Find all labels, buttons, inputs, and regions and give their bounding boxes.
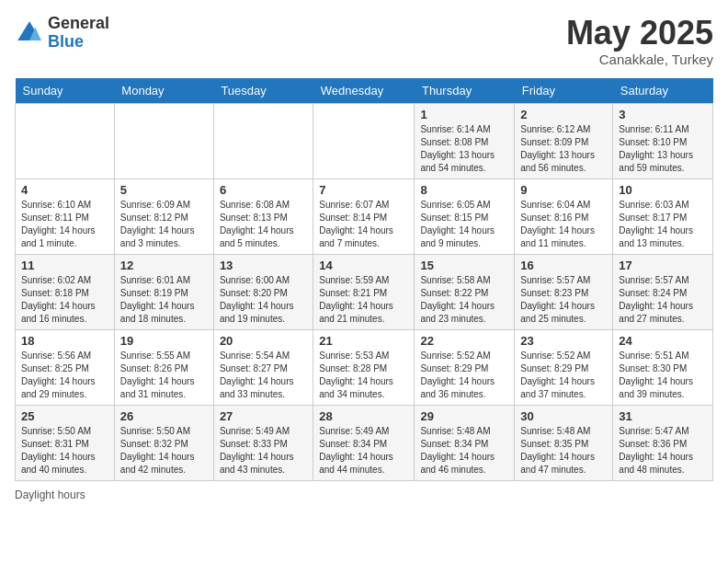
day-number: 30 (520, 409, 607, 423)
calendar-cell: 29Sunrise: 5:48 AM Sunset: 8:34 PM Dayli… (415, 405, 515, 480)
day-number: 24 (619, 334, 707, 348)
day-info: Sunrise: 6:03 AM Sunset: 8:17 PM Dayligh… (619, 199, 707, 250)
calendar-cell: 19Sunrise: 5:55 AM Sunset: 8:26 PM Dayli… (114, 329, 213, 405)
calendar-week-row: 1Sunrise: 6:14 AM Sunset: 8:08 PM Daylig… (16, 103, 713, 178)
day-number: 20 (220, 334, 307, 348)
calendar-cell (313, 103, 415, 178)
day-info: Sunrise: 6:14 AM Sunset: 8:08 PM Dayligh… (420, 123, 508, 175)
day-number: 11 (21, 259, 108, 272)
day-number: 7 (319, 183, 408, 197)
header-day-tuesday: Tuesday (213, 78, 313, 104)
day-info: Sunrise: 6:05 AM Sunset: 8:15 PM Dayligh… (420, 199, 508, 250)
title-block: May 2025 Canakkale, Turkey (566, 15, 713, 67)
day-info: Sunrise: 5:53 AM Sunset: 8:28 PM Dayligh… (319, 350, 408, 401)
day-info: Sunrise: 5:55 AM Sunset: 8:26 PM Dayligh… (120, 350, 208, 401)
daylight-label: Daylight hours (15, 488, 85, 501)
calendar-cell: 2Sunrise: 6:12 AM Sunset: 8:09 PM Daylig… (515, 103, 613, 178)
day-number: 1 (420, 108, 508, 121)
calendar-week-row: 4Sunrise: 6:10 AM Sunset: 8:11 PM Daylig… (16, 178, 713, 254)
day-info: Sunrise: 5:50 AM Sunset: 8:31 PM Dayligh… (21, 425, 108, 477)
day-number: 31 (619, 409, 707, 423)
day-info: Sunrise: 5:54 AM Sunset: 8:27 PM Dayligh… (220, 350, 307, 401)
day-number: 17 (619, 259, 707, 272)
day-number: 9 (520, 183, 607, 197)
title-month: May 2025 (566, 15, 713, 52)
day-number: 21 (319, 334, 408, 348)
day-number: 2 (520, 108, 607, 121)
day-number: 28 (319, 409, 408, 423)
calendar-cell: 31Sunrise: 5:47 AM Sunset: 8:36 PM Dayli… (613, 405, 713, 480)
calendar-cell: 20Sunrise: 5:54 AM Sunset: 8:27 PM Dayli… (213, 329, 313, 405)
calendar-cell: 25Sunrise: 5:50 AM Sunset: 8:31 PM Dayli… (16, 405, 115, 480)
title-location: Canakkale, Turkey (566, 52, 713, 67)
calendar-cell: 6Sunrise: 6:08 AM Sunset: 8:13 PM Daylig… (213, 178, 313, 254)
calendar-cell: 30Sunrise: 5:48 AM Sunset: 8:35 PM Dayli… (515, 405, 613, 480)
day-info: Sunrise: 5:56 AM Sunset: 8:25 PM Dayligh… (21, 350, 108, 401)
calendar-cell: 13Sunrise: 6:00 AM Sunset: 8:20 PM Dayli… (213, 254, 313, 329)
day-number: 27 (220, 409, 307, 423)
day-number: 26 (120, 409, 208, 423)
day-info: Sunrise: 6:09 AM Sunset: 8:12 PM Dayligh… (120, 199, 208, 250)
calendar-cell: 12Sunrise: 6:01 AM Sunset: 8:19 PM Dayli… (114, 254, 213, 329)
calendar-cell: 15Sunrise: 5:58 AM Sunset: 8:22 PM Dayli… (415, 254, 515, 329)
day-number: 4 (21, 183, 108, 197)
calendar-cell: 1Sunrise: 6:14 AM Sunset: 8:08 PM Daylig… (415, 103, 515, 178)
calendar-cell: 14Sunrise: 5:59 AM Sunset: 8:21 PM Dayli… (313, 254, 415, 329)
day-info: Sunrise: 6:12 AM Sunset: 8:09 PM Dayligh… (520, 123, 607, 175)
header-day-thursday: Thursday (415, 78, 515, 104)
day-info: Sunrise: 6:07 AM Sunset: 8:14 PM Dayligh… (319, 199, 408, 250)
logo-general-text: General (48, 15, 109, 33)
day-number: 10 (619, 183, 707, 197)
calendar-cell: 23Sunrise: 5:52 AM Sunset: 8:29 PM Dayli… (515, 329, 613, 405)
day-number: 6 (220, 183, 307, 197)
day-info: Sunrise: 5:52 AM Sunset: 8:29 PM Dayligh… (520, 350, 607, 401)
header-day-monday: Monday (114, 78, 213, 104)
calendar-week-row: 11Sunrise: 6:02 AM Sunset: 8:18 PM Dayli… (16, 254, 713, 329)
day-number: 18 (21, 334, 108, 348)
day-number: 3 (619, 108, 707, 121)
calendar-cell: 10Sunrise: 6:03 AM Sunset: 8:17 PM Dayli… (613, 178, 713, 254)
day-info: Sunrise: 6:08 AM Sunset: 8:13 PM Dayligh… (220, 199, 307, 250)
day-info: Sunrise: 6:00 AM Sunset: 8:20 PM Dayligh… (220, 274, 307, 326)
calendar-cell: 24Sunrise: 5:51 AM Sunset: 8:30 PM Dayli… (613, 329, 713, 405)
logo-blue-text: Blue (48, 33, 109, 52)
day-info: Sunrise: 5:50 AM Sunset: 8:32 PM Dayligh… (120, 425, 208, 477)
day-number: 12 (120, 259, 208, 272)
page-header: General Blue May 2025 Canakkale, Turkey (15, 15, 713, 67)
calendar-table: SundayMondayTuesdayWednesdayThursdayFrid… (15, 78, 713, 481)
day-number: 13 (220, 259, 307, 272)
day-number: 29 (420, 409, 508, 423)
calendar-cell: 3Sunrise: 6:11 AM Sunset: 8:10 PM Daylig… (613, 103, 713, 178)
day-number: 23 (520, 334, 607, 348)
day-number: 16 (520, 259, 607, 272)
calendar-cell: 18Sunrise: 5:56 AM Sunset: 8:25 PM Dayli… (16, 329, 115, 405)
calendar-cell: 22Sunrise: 5:52 AM Sunset: 8:29 PM Dayli… (415, 329, 515, 405)
calendar-cell: 8Sunrise: 6:05 AM Sunset: 8:15 PM Daylig… (415, 178, 515, 254)
calendar-cell (213, 103, 313, 178)
header-day-sunday: Sunday (16, 78, 115, 104)
footer: Daylight hours (15, 488, 713, 501)
calendar-cell: 27Sunrise: 5:49 AM Sunset: 8:33 PM Dayli… (213, 405, 313, 480)
day-number: 22 (420, 334, 508, 348)
calendar-cell: 17Sunrise: 5:57 AM Sunset: 8:24 PM Dayli… (613, 254, 713, 329)
day-number: 25 (21, 409, 108, 423)
day-info: Sunrise: 6:10 AM Sunset: 8:11 PM Dayligh… (21, 199, 108, 250)
day-info: Sunrise: 6:02 AM Sunset: 8:18 PM Dayligh… (21, 274, 108, 326)
calendar-cell: 26Sunrise: 5:50 AM Sunset: 8:32 PM Dayli… (114, 405, 213, 480)
calendar-cell: 21Sunrise: 5:53 AM Sunset: 8:28 PM Dayli… (313, 329, 415, 405)
header-day-friday: Friday (515, 78, 613, 104)
day-info: Sunrise: 6:11 AM Sunset: 8:10 PM Dayligh… (619, 123, 707, 175)
calendar-cell: 5Sunrise: 6:09 AM Sunset: 8:12 PM Daylig… (114, 178, 213, 254)
logo: General Blue (15, 15, 109, 52)
calendar-week-row: 18Sunrise: 5:56 AM Sunset: 8:25 PM Dayli… (16, 329, 713, 405)
day-number: 15 (420, 259, 508, 272)
day-info: Sunrise: 5:48 AM Sunset: 8:35 PM Dayligh… (520, 425, 607, 477)
day-number: 19 (120, 334, 208, 348)
day-info: Sunrise: 5:51 AM Sunset: 8:30 PM Dayligh… (619, 350, 707, 401)
day-number: 5 (120, 183, 208, 197)
day-info: Sunrise: 5:47 AM Sunset: 8:36 PM Dayligh… (619, 425, 707, 477)
calendar-cell (16, 103, 115, 178)
calendar-cell: 28Sunrise: 5:49 AM Sunset: 8:34 PM Dayli… (313, 405, 415, 480)
day-info: Sunrise: 5:48 AM Sunset: 8:34 PM Dayligh… (420, 425, 508, 477)
day-info: Sunrise: 6:01 AM Sunset: 8:19 PM Dayligh… (120, 274, 208, 326)
